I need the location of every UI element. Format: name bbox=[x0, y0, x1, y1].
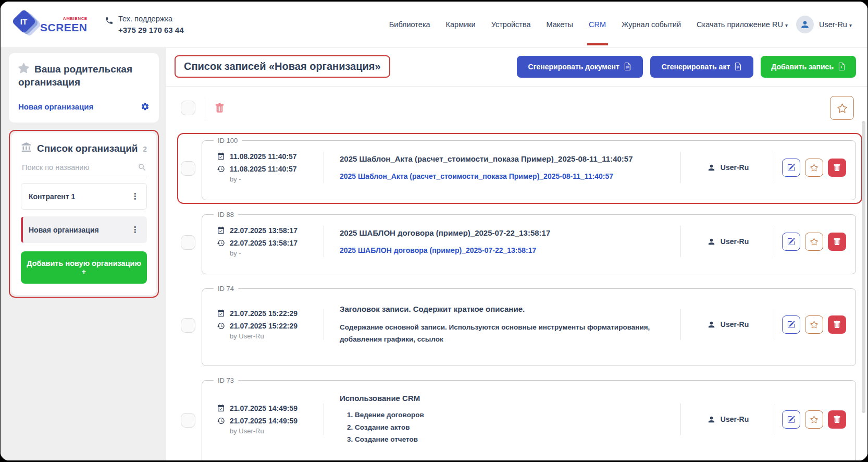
person-icon bbox=[707, 320, 716, 329]
person-icon bbox=[800, 19, 810, 30]
trash-icon bbox=[833, 321, 841, 329]
modified-by: by User-Ru bbox=[230, 332, 297, 340]
favorite-record-button[interactable] bbox=[805, 410, 823, 429]
dots-menu-icon[interactable]: ⋮ bbox=[131, 225, 139, 235]
history-icon bbox=[217, 239, 225, 247]
record-checkbox[interactable] bbox=[181, 318, 195, 333]
record-card: ID 88 22.07.2025 13:58:17 22.07.2025 13:… bbox=[202, 211, 856, 274]
star-icon bbox=[810, 321, 818, 329]
record-checkbox[interactable] bbox=[181, 161, 195, 176]
edit-record-button[interactable] bbox=[782, 233, 800, 251]
record-id-label: ID 88 bbox=[214, 211, 238, 218]
select-all-checkbox[interactable] bbox=[181, 101, 195, 115]
bulk-delete-icon[interactable] bbox=[215, 103, 225, 113]
add-record-button[interactable]: Добавить запись bbox=[761, 56, 856, 78]
star-icon bbox=[837, 103, 847, 113]
star-icon bbox=[810, 416, 818, 423]
modified-by: by - bbox=[230, 249, 297, 257]
person-icon bbox=[707, 237, 716, 246]
favorite-record-button[interactable] bbox=[805, 233, 823, 251]
record-checkbox[interactable] bbox=[181, 413, 195, 428]
org-item-novaya-organizatsiya[interactable]: Новая организация ⋮ bbox=[21, 216, 147, 243]
record-actions bbox=[775, 233, 848, 251]
pencil-square-icon bbox=[787, 416, 795, 423]
main-nav: Библиотека Кармики Устройства Макеты CRM… bbox=[389, 17, 770, 32]
modified-date: 21.07.2025 15:22:29 bbox=[230, 321, 297, 331]
record-actions bbox=[775, 410, 848, 429]
record-title: Заголовок записи. Содержит краткое описа… bbox=[340, 303, 665, 314]
nav-library[interactable]: Библиотека bbox=[389, 17, 430, 32]
calendar-icon bbox=[217, 404, 225, 412]
delete-record-button[interactable] bbox=[828, 315, 846, 334]
modified-date: 21.07.2025 14:49:59 bbox=[230, 416, 297, 425]
nav-crm[interactable]: CRM bbox=[589, 17, 606, 32]
parent-org-card: Ваша родительская организация Новая орга… bbox=[9, 53, 159, 123]
record-list-item: 1. Ведение договоров bbox=[347, 409, 665, 421]
generate-act-button[interactable]: Сгенерировать акт bbox=[650, 56, 753, 78]
pencil-square-icon bbox=[787, 238, 795, 246]
trash-icon bbox=[833, 238, 841, 246]
support-label: Тех. поддержка bbox=[118, 15, 184, 23]
generate-document-button[interactable]: Сгенерировать документ bbox=[517, 56, 643, 78]
document-icon bbox=[624, 63, 631, 70]
record-content: 2025 Шаблон_Акта (расчет_стоимости_показ… bbox=[324, 150, 680, 185]
record-user: User-Ru bbox=[681, 163, 775, 172]
page-title-annotation: Список записей «Новая организация» bbox=[175, 55, 390, 78]
support-phone: +375 29 170 63 44 bbox=[118, 26, 184, 34]
nav-event-log[interactable]: Журнал событий bbox=[622, 17, 681, 32]
favorite-record-button[interactable] bbox=[805, 159, 823, 177]
modified-by: by - bbox=[230, 175, 296, 183]
gear-icon[interactable] bbox=[141, 102, 150, 111]
parent-org-link[interactable]: Новая организация bbox=[18, 102, 93, 111]
record-link[interactable]: 2025 Шаблон_Акта (расчет_стоимости_показ… bbox=[340, 172, 665, 182]
record-card: ID 74 21.07.2025 15:22:29 21.07.2025 15:… bbox=[202, 285, 856, 366]
edit-record-button[interactable] bbox=[782, 315, 800, 334]
org-list-annotation: Список организаций 2 Контрагент 1 ⋮ Нова… bbox=[9, 130, 159, 298]
logo-diamond-icon: IT bbox=[15, 13, 36, 33]
logo: IT AMBIENCE SCREEN bbox=[12, 13, 90, 37]
trash-icon bbox=[833, 164, 841, 172]
favorite-record-button[interactable] bbox=[805, 315, 823, 334]
record-row-id-100: ID 100 11.08.2025 11:40:57 11.08.2025 11… bbox=[181, 137, 856, 200]
add-organization-button[interactable]: Добавить новую организацию + bbox=[21, 251, 147, 284]
org-list-title: Список организаций bbox=[21, 142, 138, 154]
created-date: 11.08.2025 11:40:57 bbox=[230, 152, 296, 161]
org-search-input[interactable] bbox=[21, 163, 138, 172]
record-checkbox[interactable] bbox=[181, 235, 195, 250]
delete-record-button[interactable] bbox=[828, 410, 846, 429]
logo-name: SCREEN bbox=[40, 22, 88, 33]
record-link[interactable]: 2025 ШАБЛОН договора (пример)_2025-07-22… bbox=[340, 246, 665, 256]
chevron-down-icon: ▾ bbox=[849, 22, 852, 28]
nav-karmiki[interactable]: Кармики bbox=[446, 17, 476, 32]
record-card: ID 100 11.08.2025 11:40:57 11.08.2025 11… bbox=[202, 137, 856, 200]
record-actions bbox=[775, 315, 848, 334]
delete-record-button[interactable] bbox=[828, 233, 846, 251]
dots-menu-icon[interactable]: ⋮ bbox=[131, 191, 139, 201]
app-window: IT AMBIENCE SCREEN Тех. поддержка +375 2… bbox=[1, 2, 867, 460]
search-icon bbox=[138, 163, 147, 172]
bank-icon bbox=[21, 142, 32, 153]
record-title: 2025 Шаблон_Акта (расчет_стоимости_показ… bbox=[340, 153, 665, 164]
edit-record-button[interactable] bbox=[782, 159, 800, 177]
org-list-card: Список организаций 2 Контрагент 1 ⋮ Нова… bbox=[11, 132, 156, 295]
nav-devices[interactable]: Устройства bbox=[491, 17, 531, 32]
language-selector[interactable]: RU ▾ bbox=[772, 20, 788, 29]
records-toolbar bbox=[175, 87, 856, 123]
scrollbar[interactable] bbox=[862, 121, 865, 413]
org-item-kontragent-1[interactable]: Контрагент 1 ⋮ bbox=[21, 183, 147, 210]
avatar[interactable] bbox=[796, 16, 814, 33]
user-menu[interactable]: User-Ru ▾ bbox=[819, 20, 852, 29]
nav-download-app[interactable]: Скачать приложение bbox=[697, 17, 770, 32]
org-count-badge: 2 bbox=[143, 145, 147, 153]
sidebar: Ваша родительская организация Новая орга… bbox=[1, 48, 166, 460]
star-icon bbox=[18, 63, 29, 74]
record-title: Использование CRM bbox=[340, 393, 665, 404]
delete-record-button[interactable] bbox=[828, 159, 846, 177]
nav-layouts[interactable]: Макеты bbox=[547, 17, 573, 32]
edit-record-button[interactable] bbox=[782, 410, 800, 429]
trash-icon bbox=[833, 416, 841, 423]
created-date: 21.07.2025 15:22:29 bbox=[230, 309, 297, 318]
favorites-filter-button[interactable] bbox=[830, 96, 854, 120]
record-dates: 21.07.2025 15:22:29 21.07.2025 15:22:29b… bbox=[209, 306, 324, 342]
star-icon bbox=[810, 238, 818, 246]
